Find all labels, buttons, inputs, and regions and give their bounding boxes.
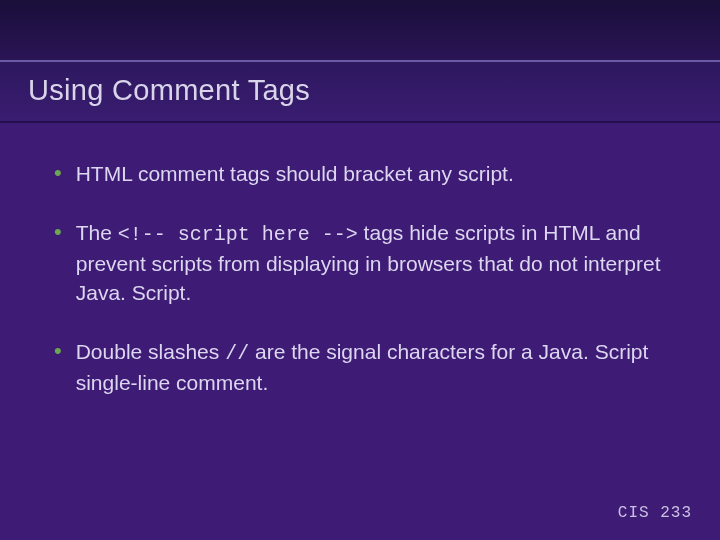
bullet-text: Double slashes // are the signal charact… bbox=[76, 337, 666, 397]
slide-content: • HTML comment tags should bracket any s… bbox=[0, 123, 720, 397]
bullet-item: • Double slashes // are the signal chara… bbox=[54, 337, 666, 397]
top-band bbox=[0, 0, 720, 60]
title-band: Using Comment Tags bbox=[0, 60, 720, 123]
text-segment: HTML comment tags should bracket any scr… bbox=[76, 162, 514, 185]
bullet-item: • The <!-- script here --> tags hide scr… bbox=[54, 218, 666, 307]
bullet-text: The <!-- script here --> tags hide scrip… bbox=[76, 218, 666, 307]
code-segment: <!-- script here --> bbox=[118, 223, 358, 246]
bullet-icon: • bbox=[54, 337, 62, 365]
footer-course-id: CIS 233 bbox=[618, 504, 692, 522]
bullet-icon: • bbox=[54, 159, 62, 187]
slide-title: Using Comment Tags bbox=[28, 74, 692, 107]
bullet-icon: • bbox=[54, 218, 62, 246]
text-segment: The bbox=[76, 221, 118, 244]
bullet-text: HTML comment tags should bracket any scr… bbox=[76, 159, 514, 188]
code-segment: // bbox=[225, 342, 249, 365]
text-segment: Double slashes bbox=[76, 340, 225, 363]
bullet-item: • HTML comment tags should bracket any s… bbox=[54, 159, 666, 188]
